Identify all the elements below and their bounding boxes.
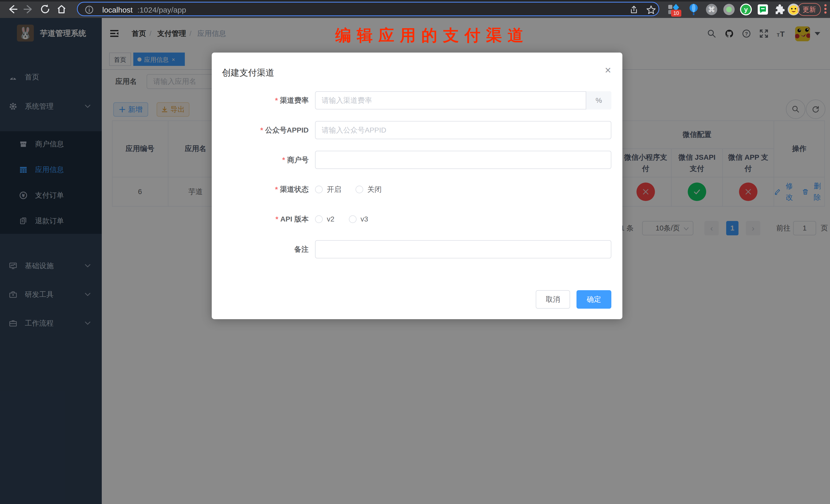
- status-radio-group: 开启 关闭: [315, 183, 382, 196]
- appid-input[interactable]: [315, 121, 611, 139]
- reload-icon[interactable]: [39, 4, 51, 15]
- form-row-api: *API 版本 v2 v3: [212, 213, 622, 226]
- radio-circle-icon: [315, 186, 323, 193]
- svg-text:⌘: ⌘: [708, 5, 715, 14]
- extension-command-icon[interactable]: ⌘: [705, 3, 718, 15]
- field-label: *API 版本: [212, 213, 309, 226]
- radio-status-open[interactable]: 开启: [315, 185, 341, 194]
- extension-dot-icon[interactable]: [723, 3, 735, 15]
- radio-circle-icon: [315, 215, 323, 223]
- required-asterisk: *: [282, 156, 285, 164]
- remark-input[interactable]: [315, 240, 611, 258]
- extension-puzzle-icon[interactable]: [773, 3, 786, 15]
- rate-append-unit: %: [586, 91, 611, 109]
- radio-label: v3: [361, 215, 369, 223]
- field-label: 备注: [212, 240, 309, 258]
- api-radio-group: v2 v3: [315, 213, 368, 226]
- required-asterisk: *: [275, 185, 278, 194]
- confirm-button[interactable]: 确定: [576, 290, 611, 309]
- bookmark-star-icon[interactable]: [646, 5, 656, 14]
- radio-label: 关闭: [367, 185, 382, 194]
- api-label: API 版本: [280, 214, 309, 224]
- radio-circle-icon: [349, 215, 357, 223]
- forward-icon[interactable]: [23, 4, 34, 15]
- form-row-status: *渠道状态 开启 关闭: [212, 183, 622, 196]
- extension-balloon-icon[interactable]: [688, 3, 700, 15]
- radio-api-v2[interactable]: v2: [315, 215, 334, 223]
- status-label: 渠道状态: [280, 185, 309, 194]
- field-label: *渠道费率: [212, 91, 309, 109]
- annotation-title: 编辑应用的支付渠道: [335, 25, 529, 46]
- field-label: *公众号APPID: [212, 121, 309, 139]
- radio-status-closed[interactable]: 关闭: [355, 185, 382, 194]
- site-info-icon[interactable]: [85, 5, 94, 14]
- mch-label: 商户号: [287, 155, 309, 165]
- share-icon[interactable]: [629, 5, 639, 14]
- window-top-edge: [0, 0, 830, 2]
- required-asterisk: *: [260, 126, 263, 134]
- field-label: *渠道状态: [212, 183, 309, 196]
- svg-text:y: y: [744, 6, 748, 13]
- url-bar[interactable]: localhost :1024/pay/app: [77, 2, 659, 16]
- browser-menu-icon[interactable]: •••: [823, 4, 827, 14]
- extension-y-icon[interactable]: y: [740, 3, 752, 15]
- form-row-remark: 备注: [212, 240, 622, 258]
- url-path: :1024/pay/app: [137, 6, 186, 14]
- extension-badge: 10: [671, 10, 681, 17]
- remark-label: 备注: [294, 245, 309, 254]
- rate-label: 渠道费率: [280, 96, 309, 105]
- radio-label: v2: [327, 215, 334, 223]
- home-icon[interactable]: [56, 4, 67, 15]
- cancel-button[interactable]: 取消: [536, 290, 570, 309]
- browser-toolbar: localhost :1024/pay/app 10: [0, 0, 830, 18]
- merchant-input[interactable]: [315, 151, 611, 169]
- back-icon[interactable]: [7, 4, 18, 15]
- rate-input[interactable]: [315, 91, 611, 109]
- url-host: localhost: [102, 6, 132, 14]
- form-row-mch: *商户号: [212, 151, 622, 169]
- create-channel-dialog: 创建支付渠道 × *渠道费率 % *公众号APPID *商户号 *渠道状态 开启…: [212, 53, 622, 319]
- extension-chat-icon[interactable]: [757, 3, 769, 15]
- required-asterisk: *: [275, 96, 278, 104]
- screen: localhost :1024/pay/app 10: [0, 0, 830, 504]
- appid-label: 公众号APPID: [265, 125, 309, 135]
- dialog-title: 创建支付渠道: [222, 67, 274, 79]
- form-row-rate: *渠道费率 %: [212, 91, 622, 109]
- radio-api-v3[interactable]: v3: [349, 215, 369, 223]
- browser-update-button[interactable]: 更新: [798, 3, 821, 16]
- form-row-appid: *公众号APPID: [212, 121, 622, 139]
- radio-circle-icon: [355, 186, 363, 193]
- dialog-close-icon[interactable]: ×: [605, 65, 611, 75]
- radio-label: 开启: [327, 185, 341, 194]
- field-label: *商户号: [212, 151, 309, 169]
- required-asterisk: *: [276, 215, 278, 223]
